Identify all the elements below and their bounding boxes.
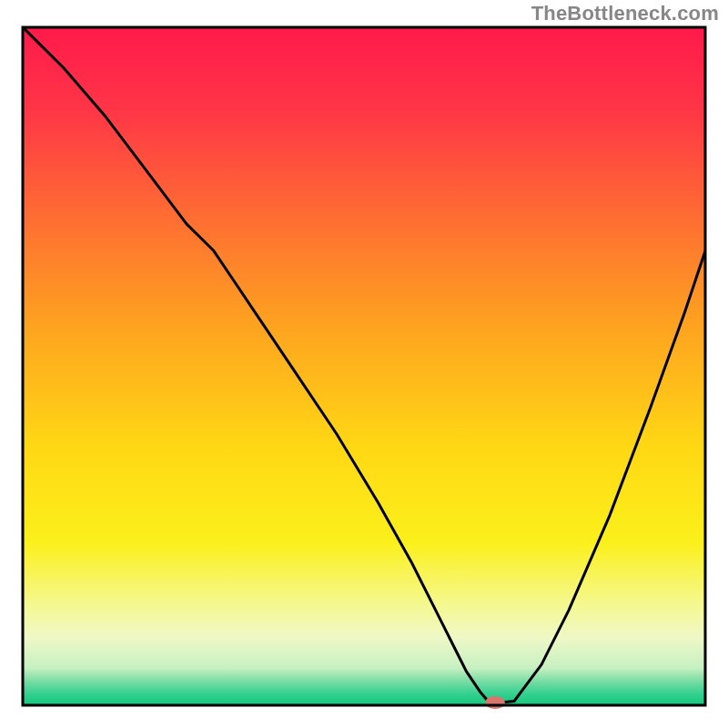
optimal-marker	[485, 696, 505, 709]
chart-svg	[0, 0, 728, 728]
gradient-background	[23, 27, 705, 705]
watermark-text: TheBottleneck.com	[531, 2, 719, 25]
chart-stage: TheBottleneck.com	[0, 0, 728, 728]
